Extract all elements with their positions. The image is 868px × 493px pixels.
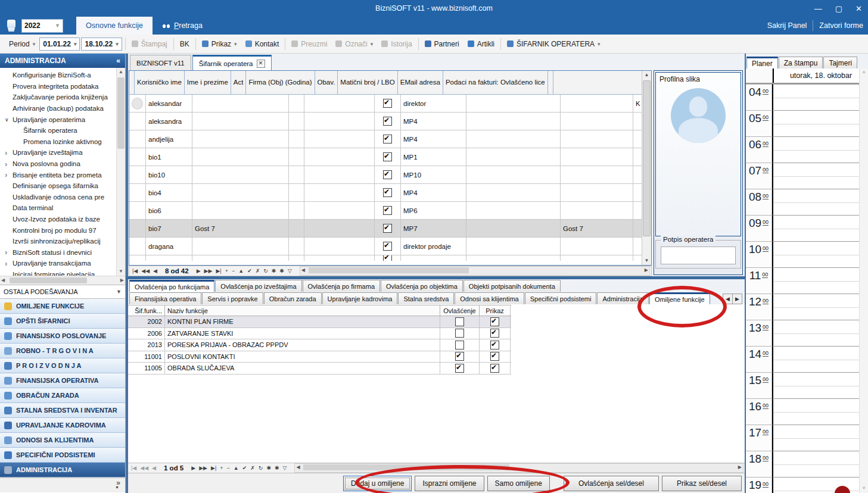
schedule-slot[interactable] <box>772 477 860 493</box>
permission-tab[interactable]: Administracija <box>597 292 648 304</box>
tree-expand-icon[interactable] <box>5 170 13 179</box>
schedule-slot[interactable] <box>772 425 860 451</box>
column-header[interactable]: EMail adresa <box>398 71 443 94</box>
schedule-slot[interactable] <box>772 215 860 241</box>
refresh-icon[interactable]: ↻ <box>257 463 265 473</box>
obav-checkbox[interactable] <box>383 255 392 261</box>
cancel-edit-icon[interactable]: ✗ <box>248 463 257 473</box>
obav-checkbox[interactable] <box>383 242 392 251</box>
table-row[interactable]: 11005 OBRADA SLUČAJEVA <box>128 363 511 375</box>
tree-item[interactable]: Zaključavanje perioda knjiženja <box>0 92 125 103</box>
column-header[interactable]: Podaci na fakturi: Ovlašćeno lice <box>443 71 548 94</box>
scroll-tabs-right-icon[interactable]: ▶ <box>732 294 742 304</box>
last-record-icon[interactable]: ▶| <box>214 266 223 276</box>
module-button[interactable]: OPŠTI ŠIFARNICI <box>0 314 125 329</box>
preuzmi-button[interactable]: Preuzmi ▾ <box>287 37 331 51</box>
toolbar-separator[interactable]: ▾ <box>173 38 174 50</box>
maximize-icon[interactable]: ▢ <box>835 4 842 13</box>
artikli-button[interactable]: Artikli ▾ <box>463 37 499 51</box>
tree-item[interactable]: Iniciraj formiranje nivelacija <box>0 269 125 276</box>
module-button[interactable]: ROBNO - T R G O V I N A <box>0 344 125 358</box>
scroll-up-icon[interactable]: ▲ <box>642 71 651 79</box>
close-tab-icon[interactable]: ✕ <box>257 60 265 68</box>
schedule-slot[interactable] <box>772 163 860 189</box>
tree-item[interactable]: BizniSoft statusi i dnevnici <box>0 247 125 258</box>
table-row[interactable]: bio7 Gost 7 MP7 Gost 7 <box>129 220 651 238</box>
schedule-slot[interactable] <box>772 320 860 346</box>
scrollbar-thumb[interactable] <box>309 267 469 273</box>
tree-item[interactable]: Upravljanje operaterima <box>0 114 125 125</box>
permission-tab[interactable]: Odnosi sa klijentima <box>455 292 524 304</box>
next-record-icon[interactable]: ▶ <box>189 463 197 473</box>
permission-tab[interactable]: Ovlašćenja po izveštajima <box>215 280 301 292</box>
tree-expand-icon[interactable] <box>5 248 13 257</box>
date-to-field[interactable]: 18.10.22 ▾ <box>81 38 122 51</box>
obav-checkbox[interactable] <box>383 117 392 126</box>
insert-record-icon[interactable]: + <box>218 463 225 473</box>
tree-item[interactable]: Arhiviranje (backup) podataka <box>0 103 125 114</box>
planner-tab[interactable]: Za štampu <box>779 57 823 68</box>
table-row[interactable]: 2013 PORESKA PRIJAVA - OBRAZAC PPPDV <box>128 339 511 351</box>
column-header[interactable]: Korisničko ime <box>135 71 185 94</box>
table-row[interactable]: andjelija MP4 <box>129 130 651 148</box>
column-header[interactable] <box>129 71 135 94</box>
prikaz-button[interactable]: Prikaz ▾ <box>198 37 241 51</box>
column-header[interactable] <box>548 71 553 94</box>
column-header[interactable]: Ovlašćenje <box>440 305 480 316</box>
permission-tab[interactable]: Specifični podsistemi <box>525 292 597 304</box>
schedule-slot[interactable] <box>772 136 860 163</box>
ovlascenje-checkbox[interactable] <box>455 317 464 326</box>
obav-checkbox[interactable] <box>383 188 392 197</box>
column-header[interactable]: Naziv funkcije <box>165 305 440 316</box>
filter-icon[interactable]: ▽ <box>281 463 288 473</box>
prikaz-checkbox[interactable] <box>490 364 499 373</box>
scroll-right-icon[interactable]: ▶ <box>120 276 124 285</box>
tree-item[interactable]: Brisanje entiteta bez prometa <box>0 169 125 180</box>
prior-record-icon[interactable]: ◀ <box>150 463 158 473</box>
module-button[interactable]: FINANSIJSKA OPERATIVA <box>0 373 125 388</box>
close-forms-button[interactable]: Zatvori forme <box>819 21 863 30</box>
scroll-tabs-left-icon[interactable]: ◀ <box>723 294 732 304</box>
column-header[interactable]: Matični broj / LBO <box>338 71 397 94</box>
prior-page-icon[interactable]: ◀◀ <box>138 463 150 473</box>
scrollbar-thumb[interactable] <box>10 277 87 283</box>
prikaz-checkbox[interactable] <box>490 329 499 338</box>
chevron-down-icon[interactable]: ▼ <box>115 485 119 489</box>
permission-tab[interactable]: Stalna sredstva <box>398 292 454 304</box>
module-button[interactable]: P R O I Z V O D N J A <box>0 358 125 373</box>
tree-item[interactable]: Upravljanje izveštajima <box>0 147 125 158</box>
scroll-left-icon[interactable]: ◀ <box>301 267 305 274</box>
scroll-left-icon[interactable]: ◀ <box>1 276 5 285</box>
tab-pretraga[interactable]: Pretraga <box>153 17 212 35</box>
obav-checkbox[interactable] <box>383 99 392 108</box>
next-page-icon[interactable]: ▶▶ <box>197 463 209 473</box>
table-row[interactable]: 2006 ZATVARANJE STAVKI <box>128 328 511 340</box>
column-header[interactable]: Prikaz <box>480 305 511 316</box>
obav-checkbox[interactable] <box>383 170 392 179</box>
tree-vertical-scrollbar[interactable]: ▲ ▼ <box>116 68 125 276</box>
planner-vertical-scrollbar[interactable]: ˄ ˅ <box>859 68 868 493</box>
toolbar-separator[interactable]: ▾ <box>285 38 285 50</box>
column-header[interactable]: Obav. <box>315 71 338 94</box>
horizontal-scrollbar[interactable]: ◀ ▶ <box>294 463 743 473</box>
tree-item[interactable]: Promena lozinke aktivnog <box>0 136 125 148</box>
goto-bookmark-icon[interactable]: ✱ <box>278 266 286 276</box>
toolbar-separator[interactable]: ▾ <box>418 38 419 50</box>
module-button[interactable]: SPECIFIČNI PODSISTEMI <box>0 448 125 463</box>
planner-tab[interactable]: Planer <box>746 57 778 68</box>
bookmark-icon[interactable]: ✱ <box>270 266 278 276</box>
scroll-down-icon[interactable]: ▼ <box>117 267 125 276</box>
toolbar-separator[interactable]: ▾ <box>500 38 501 50</box>
prior-page-icon[interactable]: ◀◀ <box>139 266 151 276</box>
schedule-slot[interactable] <box>772 241 860 267</box>
scroll-right-icon[interactable]: ▶ <box>645 267 648 274</box>
obav-checkbox[interactable] <box>383 152 392 161</box>
schedule-slot[interactable] <box>772 294 860 320</box>
planner-tab[interactable]: Tajmeri <box>823 57 857 68</box>
isprazni-omiljene-button[interactable]: Isprazni omiljene <box>415 476 484 491</box>
permission-tab[interactable]: Obračun zarada <box>264 292 322 304</box>
partneri-button[interactable]: Partneri ▾ <box>421 37 463 51</box>
tree-item[interactable]: Data terminal <box>0 202 125 214</box>
tree-item[interactable]: Izvrši sinhronizaciju/replikacij <box>0 236 125 247</box>
post-edit-icon[interactable]: ✔ <box>241 463 249 473</box>
